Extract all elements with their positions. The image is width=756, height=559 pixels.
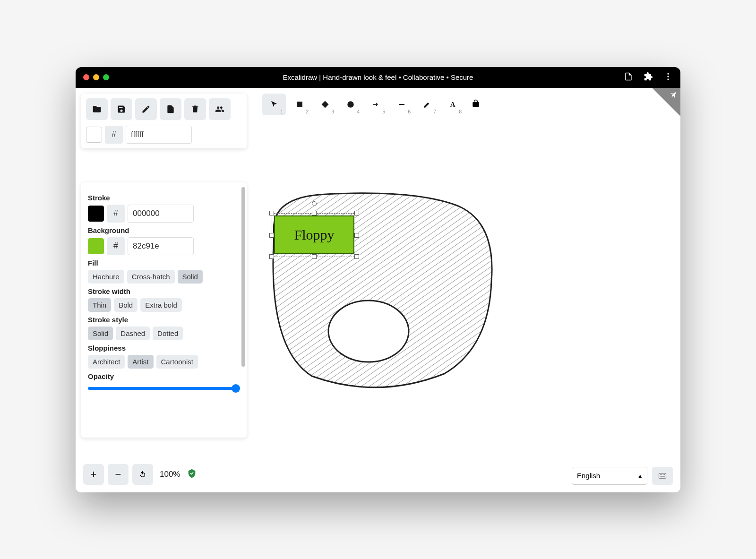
- zoom-out-button[interactable]: −: [108, 464, 129, 485]
- svg-point-0: [667, 73, 669, 74]
- zoom-window-button[interactable]: [103, 74, 109, 80]
- svg-rect-12: [664, 474, 665, 475]
- footer-right: English ▴: [572, 467, 673, 485]
- stroke-label: Stroke: [88, 194, 240, 202]
- resize-handle-n[interactable]: [312, 211, 317, 215]
- stroke-hex-input[interactable]: [128, 205, 194, 223]
- keyboard-shortcuts-button[interactable]: [652, 467, 673, 485]
- svg-rect-10: [662, 474, 662, 475]
- encryption-shield-icon[interactable]: [187, 468, 197, 481]
- background-label: Background: [88, 226, 240, 234]
- resize-handle-sw[interactable]: [269, 254, 274, 259]
- resize-handle-s[interactable]: [312, 254, 317, 259]
- traffic-lights: [83, 74, 109, 80]
- tool-line[interactable]: 6: [390, 94, 413, 115]
- collaborate-button[interactable]: [209, 98, 231, 120]
- svg-rect-11: [663, 474, 664, 475]
- language-value: English: [577, 472, 600, 480]
- canvas-bg-swatch[interactable]: [86, 127, 102, 143]
- zoom-in-button[interactable]: +: [83, 464, 104, 485]
- canvas-text-element[interactable]: Floppy: [274, 215, 354, 254]
- svg-rect-15: [661, 476, 664, 477]
- stroke-style-solid[interactable]: Solid: [88, 327, 113, 340]
- tool-rectangle[interactable]: 2: [288, 94, 311, 115]
- stroke-style-label: Stroke style: [88, 316, 240, 324]
- tool-text[interactable]: A 8: [441, 94, 464, 115]
- hash-label: #: [107, 205, 125, 223]
- background-hex-input[interactable]: [128, 237, 194, 255]
- stroke-width-extra[interactable]: Extra bold: [140, 298, 182, 312]
- clear-button[interactable]: [184, 98, 206, 120]
- hash-label: #: [105, 126, 123, 144]
- background-swatch[interactable]: [88, 238, 104, 254]
- svg-point-4: [347, 101, 354, 108]
- tool-arrow[interactable]: 5: [364, 94, 388, 115]
- resize-handle-ne[interactable]: [354, 211, 359, 215]
- extension-icon[interactable]: [644, 72, 653, 83]
- file-icon[interactable]: [624, 72, 633, 83]
- sloppiness-artist[interactable]: Artist: [128, 355, 153, 369]
- zoom-reset-button[interactable]: [132, 464, 153, 485]
- export-button[interactable]: [160, 98, 181, 120]
- fill-solid[interactable]: Solid: [178, 270, 203, 284]
- resize-handle-e[interactable]: [354, 233, 359, 238]
- language-select[interactable]: English ▴: [572, 467, 647, 485]
- rotation-handle[interactable]: [312, 201, 317, 206]
- resize-handle-nw[interactable]: [269, 211, 274, 215]
- svg-point-2: [667, 78, 669, 80]
- save-button[interactable]: [111, 98, 132, 120]
- opacity-slider[interactable]: [88, 387, 240, 390]
- tool-draw[interactable]: 7: [415, 94, 439, 115]
- fill-label: Fill: [88, 259, 240, 267]
- canvas-bg-row: #: [86, 126, 242, 144]
- sloppiness-architect[interactable]: Architect: [88, 355, 125, 369]
- svg-rect-9: [660, 474, 661, 475]
- fill-hachure[interactable]: Hachure: [88, 270, 124, 284]
- tool-selection[interactable]: 1: [262, 94, 286, 115]
- svg-text:A: A: [450, 101, 455, 108]
- window-title: Excalidraw | Hand-drawn look & feel • Co…: [283, 73, 473, 81]
- stroke-style-dashed[interactable]: Dashed: [116, 327, 150, 340]
- minimize-window-button[interactable]: [93, 74, 99, 80]
- zoom-percentage: 100%: [160, 470, 180, 479]
- titlebar: Excalidraw | Hand-drawn look & feel • Co…: [76, 67, 680, 88]
- properties-panel: Stroke # Background # Fill Hachure Cross…: [81, 182, 247, 438]
- canvas-bg-input[interactable]: [126, 126, 192, 144]
- save-as-button[interactable]: [135, 98, 157, 120]
- stroke-swatch[interactable]: [88, 206, 104, 222]
- lock-icon[interactable]: [471, 99, 481, 110]
- close-window-button[interactable]: [83, 74, 89, 80]
- stroke-width-label: Stroke width: [88, 287, 240, 295]
- more-icon[interactable]: [663, 72, 673, 83]
- canvas-drawing: [255, 178, 520, 404]
- panel-scrollbar[interactable]: [241, 187, 245, 367]
- sloppiness-label: Sloppiness: [88, 344, 240, 352]
- stroke-width-thin[interactable]: Thin: [88, 298, 111, 312]
- svg-rect-13: [660, 476, 661, 477]
- tool-ellipse[interactable]: 4: [339, 94, 362, 115]
- sloppiness-cartoonist[interactable]: Cartoonist: [156, 355, 198, 369]
- resize-handle-w[interactable]: [269, 233, 274, 238]
- app-window: Excalidraw | Hand-drawn look & feel • Co…: [76, 67, 680, 492]
- svg-point-7: [328, 301, 409, 362]
- chevron-up-icon: ▴: [638, 472, 642, 480]
- shape-toolbar: 1 2 3 4 5 6 7: [262, 94, 481, 115]
- stroke-width-bold[interactable]: Bold: [114, 298, 137, 312]
- svg-rect-3: [297, 102, 302, 107]
- resize-handle-se[interactable]: [354, 254, 359, 259]
- tool-diamond[interactable]: 3: [313, 94, 337, 115]
- file-panel: #: [81, 94, 247, 148]
- zoom-controls: + − 100%: [83, 464, 197, 485]
- github-corner[interactable]: [652, 88, 680, 116]
- open-button[interactable]: [86, 98, 108, 120]
- svg-point-1: [667, 76, 669, 77]
- fill-crosshatch[interactable]: Cross-hatch: [127, 270, 175, 284]
- app-body: # 1 2 3 4 5: [76, 88, 680, 492]
- svg-rect-14: [664, 476, 665, 477]
- hash-label: #: [107, 237, 125, 255]
- opacity-label: Opacity: [88, 372, 240, 380]
- stroke-style-dotted[interactable]: Dotted: [153, 327, 183, 340]
